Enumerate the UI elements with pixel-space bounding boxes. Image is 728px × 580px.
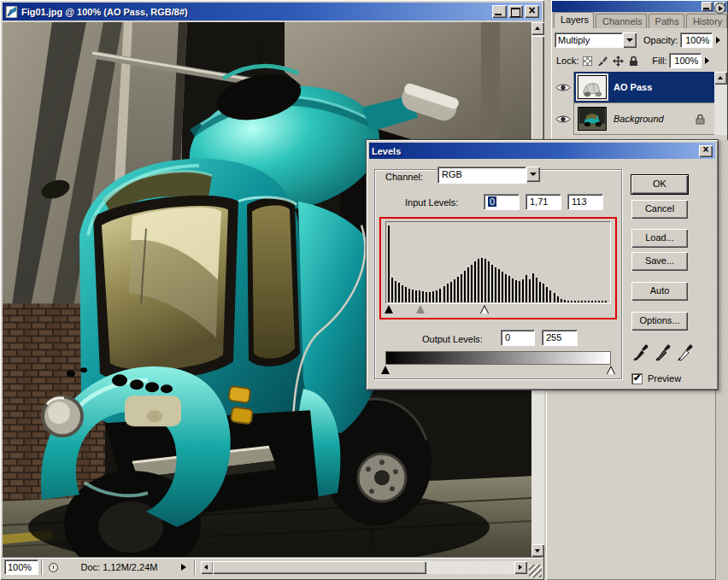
status-menu-button[interactable] xyxy=(179,562,190,573)
doc-size-info: Doc: 1,12M/2,24M xyxy=(62,562,177,572)
histogram-bar xyxy=(522,279,524,302)
ok-button[interactable]: OK xyxy=(631,175,688,194)
tab-layers[interactable]: Layers xyxy=(554,12,594,28)
tab-channels[interactable]: Channels xyxy=(596,14,647,28)
palette-minimize-button[interactable] xyxy=(702,2,713,11)
layer-row-background[interactable]: Background xyxy=(552,103,715,135)
palette-menu-button[interactable] xyxy=(714,3,725,14)
input-slider-track[interactable] xyxy=(385,305,611,315)
blend-mode-select[interactable]: Multiply xyxy=(555,32,623,48)
input-black-field[interactable]: 0 xyxy=(484,194,520,210)
output-black-field[interactable]: 0 xyxy=(501,330,535,346)
input-white-slider[interactable] xyxy=(480,305,489,313)
histogram-bar xyxy=(436,290,437,302)
histogram-bar xyxy=(584,301,586,302)
document-title: Fig01.jpg @ 100% (AO Pass, RGB/8#) xyxy=(21,7,188,17)
visibility-toggle[interactable] xyxy=(552,72,574,103)
scroll-right-button[interactable] xyxy=(514,561,527,574)
white-eyedropper-icon xyxy=(678,343,695,361)
padlock-icon xyxy=(629,56,638,67)
preview-checkbox[interactable] xyxy=(631,373,643,384)
histogram-bar xyxy=(536,278,537,302)
blend-mode-dropdown-button[interactable] xyxy=(623,32,637,48)
scroll-down-button[interactable] xyxy=(531,544,544,557)
histogram-bar xyxy=(405,287,407,302)
histogram-bar xyxy=(450,282,452,302)
output-slider-track[interactable] xyxy=(385,366,611,376)
channel-dropdown[interactable]: RGB xyxy=(437,167,540,184)
load-button[interactable]: Load... xyxy=(631,229,688,248)
opacity-slider-button[interactable] xyxy=(713,32,723,48)
cancel-button[interactable]: Cancel xyxy=(631,200,688,219)
save-button[interactable]: Save... xyxy=(631,252,688,271)
histogram-bar xyxy=(432,291,434,302)
histogram-bar xyxy=(415,290,417,302)
scroll-up-button[interactable] xyxy=(714,72,727,85)
histogram-bar xyxy=(525,275,527,302)
lock-pixels-button[interactable] xyxy=(596,55,609,67)
auto-button[interactable]: Auto xyxy=(631,282,688,301)
lock-position-button[interactable] xyxy=(612,55,625,67)
histogram-bar xyxy=(578,301,579,302)
chevron-down-icon xyxy=(526,167,540,182)
status-bar: 100% Doc: 1,12M/2,24M xyxy=(3,557,542,577)
horizontal-scroll-thumb[interactable] xyxy=(213,561,426,574)
layer-list: AO Pass Background xyxy=(552,72,727,135)
levels-titlebar[interactable]: Levels xyxy=(369,143,715,159)
tab-paths[interactable]: Paths xyxy=(649,14,684,28)
dialog-close-button[interactable] xyxy=(699,145,713,157)
clock-icon xyxy=(49,563,58,572)
close-button[interactable] xyxy=(525,5,539,18)
opacity-input[interactable]: 100% xyxy=(680,32,713,48)
histogram-bar xyxy=(581,301,583,302)
visibility-toggle[interactable] xyxy=(552,103,574,135)
lock-transparency-button[interactable] xyxy=(581,55,594,67)
histogram-bar xyxy=(467,267,469,302)
layer-row-ao-pass[interactable]: AO Pass xyxy=(552,72,715,103)
zoom-input[interactable]: 100% xyxy=(4,559,38,575)
minimize-button[interactable] xyxy=(492,5,507,18)
output-gradient-bar xyxy=(385,351,611,365)
black-point-eyedropper[interactable] xyxy=(633,343,652,361)
white-point-eyedropper[interactable] xyxy=(678,343,696,361)
histogram-display xyxy=(385,221,611,304)
layer-name: AO Pass xyxy=(614,82,715,92)
scroll-up-button[interactable] xyxy=(531,22,544,35)
input-gray-slider[interactable] xyxy=(416,305,425,313)
application-workspace: Fig01.jpg @ 100% (AO Pass, RGB/8#) xyxy=(0,0,728,580)
input-black-slider[interactable] xyxy=(385,305,393,313)
fill-input[interactable]: 100% xyxy=(669,53,702,68)
histogram-bar xyxy=(495,267,496,302)
lock-all-button[interactable] xyxy=(627,55,640,67)
layer-thumbnail[interactable] xyxy=(578,107,607,131)
output-white-field[interactable]: 255 xyxy=(542,330,578,346)
palette-titlebar[interactable] xyxy=(552,1,727,12)
layer-thumbnail[interactable] xyxy=(578,75,607,99)
histogram-bar xyxy=(398,283,400,302)
histogram-bar xyxy=(605,301,607,302)
gray-point-eyedropper[interactable] xyxy=(655,343,674,361)
tab-history[interactable]: History xyxy=(686,14,727,28)
output-black-slider[interactable] xyxy=(381,366,390,374)
layer-list-scrollbar[interactable] xyxy=(714,72,727,135)
maximize-button[interactable] xyxy=(508,5,523,18)
options-button[interactable]: Options... xyxy=(631,312,688,331)
input-gamma-field[interactable]: 1,71 xyxy=(525,194,561,210)
lock-row: Lock: Fill: 100% xyxy=(552,51,727,70)
black-eyedropper-icon xyxy=(633,343,650,361)
horizontal-scrollbar[interactable] xyxy=(201,561,527,574)
input-white-field[interactable]: 113 xyxy=(567,194,603,210)
fill-slider-button[interactable] xyxy=(702,53,712,68)
histogram-bar xyxy=(595,301,596,302)
resize-grip[interactable] xyxy=(529,565,542,577)
move-icon xyxy=(613,56,624,67)
blend-mode-row: Multiply Opacity: 100% xyxy=(552,30,727,50)
scroll-left-button[interactable] xyxy=(201,561,214,574)
input-black-value: 0 xyxy=(488,196,496,207)
histogram-bar xyxy=(443,286,445,302)
layer-lock-icon xyxy=(696,114,705,125)
output-white-slider[interactable] xyxy=(607,366,615,374)
histogram-bar xyxy=(505,274,507,302)
document-titlebar[interactable]: Fig01.jpg @ 100% (AO Pass, RGB/8#) xyxy=(3,3,542,21)
empty-palette-panel xyxy=(546,390,716,580)
